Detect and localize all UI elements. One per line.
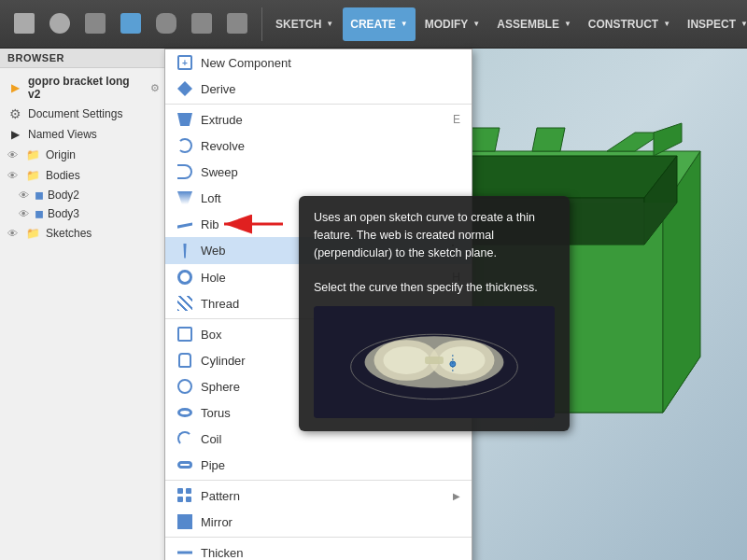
sweep-icon [176,163,193,180]
sidebar-section: ▶ gopro bracket long v2 ⚙ ⚙ Document Set… [0,68,167,247]
construct-menu-btn[interactable]: CONSTRUCT ▼ [581,7,678,41]
web-icon [176,243,193,259]
construct-chevron: ▼ [663,20,670,28]
menu-item-derive-label: Derive [201,82,460,96]
menu-item-revolve-label: Revolve [201,139,460,153]
tooltip-instruction: Select the curve then specify the thickn… [314,279,555,297]
sidebar-named-views-label: Named Views [28,128,97,141]
toolbar-icon-5[interactable] [149,7,183,41]
mirror-icon [176,513,193,530]
toolbar: SKETCH ▼ CREATE ▼ MODIFY ▼ ASSEMBLE ▼ CO… [0,0,747,49]
toolbar-icon-1[interactable] [7,7,41,41]
menu-item-sweep-label: Sweep [201,165,460,179]
menu-item-derive[interactable]: Derive [165,76,472,102]
extrude-shortcut: E [453,113,460,126]
toolbar-icon-7[interactable] [220,7,254,41]
sidebar-item-named-views[interactable]: ▶ Named Views [0,124,167,145]
thicken-icon [176,544,193,560]
views-icon: ▶ [7,127,22,142]
menu-item-new-component-label: New Component [201,56,460,70]
inspect-chevron: ▼ [740,20,747,28]
sidebar-item-document-settings[interactable]: ⚙ Document Settings [0,104,167,124]
sidebar-project-name: gopro bracket long v2 [28,75,145,101]
menu-item-pattern-label: Pattern [201,489,445,503]
extrude-icon [176,111,193,128]
inspect-menu-btn[interactable]: INSPECT ▼ [680,7,747,41]
gear-icon: ⚙ [7,106,22,121]
toolbar-icon-3[interactable] [78,7,112,41]
eye-icon-body3: 👁 [19,208,29,219]
assemble-menu-btn[interactable]: ASSEMBLE ▼ [489,7,579,41]
sidebar-body2-label: Body2 [48,189,79,202]
menu-item-mirror[interactable]: Mirror [165,509,472,535]
box-icon [176,326,193,343]
eye-icon-bodies: 👁 [7,170,18,181]
menu-item-pipe[interactable]: Pipe [165,452,472,478]
menu-item-sweep[interactable]: Sweep [165,159,472,185]
eye-icon: 👁 [7,149,18,161]
menu-separator-4 [165,537,472,538]
body-icon-2: ◼ [35,189,44,202]
pattern-submenu-arrow: ▶ [453,491,460,501]
thread-icon [176,295,193,312]
toolbar-icon-2[interactable] [43,7,77,41]
modify-chevron: ▼ [472,20,480,28]
menu-item-thicken[interactable]: Thicken [165,539,472,560]
svg-point-20 [383,346,430,374]
menu-item-new-component[interactable]: + New Component [165,49,472,76]
menu-item-coil-label: Coil [201,432,460,446]
sidebar-item-body2[interactable]: 👁 ◼ Body2 [0,186,167,204]
svg-point-21 [439,346,486,374]
sketch-chevron: ▼ [326,20,333,28]
create-menu-btn[interactable]: CREATE ▼ [343,7,415,41]
sketches-folder-icon: 📁 [25,226,40,241]
tooltip-preview [314,306,555,418]
eye-icon-body2: 👁 [19,189,29,201]
sketch-menu-btn[interactable]: SKETCH ▼ [268,7,341,41]
sidebar-origin-label: Origin [46,148,76,161]
pipe-icon [176,456,193,473]
sphere-icon [176,378,193,395]
loft-icon [176,189,193,206]
sidebar-header: BROWSER [0,49,167,68]
origin-folder-icon: 📁 [25,147,40,162]
menu-separator-3 [165,480,472,481]
sidebar-body3-label: Body3 [48,207,79,220]
sidebar-item-body3[interactable]: 👁 ◼ Body3 [0,204,167,223]
menu-item-extrude-label: Extrude [201,113,445,127]
sidebar-item-sketches[interactable]: 👁 📁 Sketches [0,223,167,244]
rib-icon [176,216,193,232]
bodies-folder-icon: 📁 [25,168,40,183]
hole-icon [176,269,193,286]
menu-separator-1 [165,104,472,105]
menu-item-extrude[interactable]: Extrude E [165,106,472,133]
toolbar-icon-6[interactable] [185,7,218,41]
tooltip-preview-svg [314,306,555,418]
sidebar-project-row[interactable]: ▶ gopro bracket long v2 ⚙ [0,72,167,104]
svg-marker-9 [532,128,565,151]
sidebar-item-bodies[interactable]: 👁 📁 Bodies [0,165,167,186]
menu-item-thicken-label: Thicken [201,546,460,560]
project-icon: ▶ [7,80,22,95]
pattern-icon [176,487,193,504]
sidebar-bodies-label: Bodies [46,169,80,182]
tooltip-popup: Uses an open sketch curve to create a th… [299,196,570,431]
menu-item-pattern[interactable]: Pattern ▶ [165,483,472,509]
tooltip-description: Uses an open sketch curve to create a th… [314,209,555,261]
eye-icon-sketches: 👁 [7,228,18,239]
new-component-icon: + [176,54,193,71]
sidebar-project-options[interactable]: ⚙ [150,82,160,94]
torus-icon [176,404,193,421]
derive-icon [176,80,193,97]
sidebar-item-origin[interactable]: 👁 📁 Origin [0,145,167,165]
create-chevron: ▼ [401,20,408,28]
modify-menu-btn[interactable]: MODIFY ▼ [417,7,488,41]
toolbar-icon-4[interactable] [114,7,148,41]
menu-item-revolve[interactable]: Revolve [165,133,472,159]
toolbar-icons-group [7,7,262,41]
body-icon-3: ◼ [35,207,44,220]
svg-rect-22 [425,357,444,364]
assemble-chevron: ▼ [564,20,571,28]
coil-icon [176,430,193,447]
cylinder-icon [176,352,193,369]
